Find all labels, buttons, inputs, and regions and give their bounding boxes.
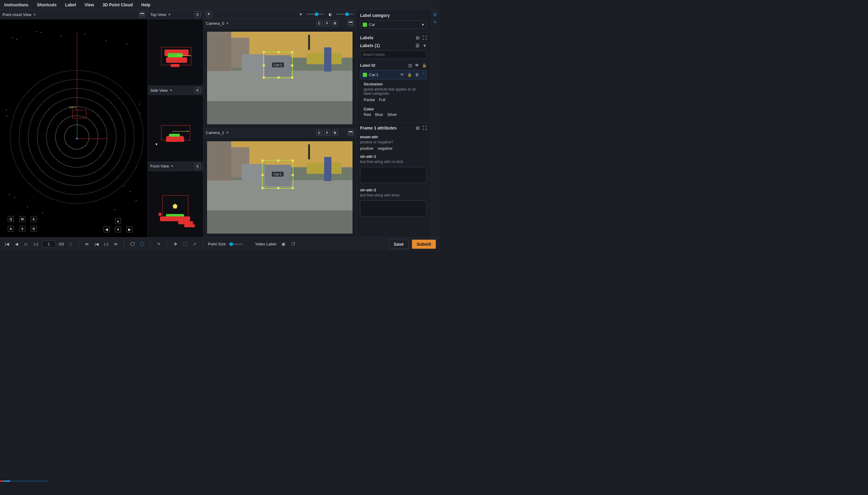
key-q[interactable]: Q (8, 216, 14, 222)
video-label-mode1-icon[interactable]: ▣ (280, 241, 287, 248)
contrast-slider[interactable] (336, 14, 354, 15)
camera1-bbox[interactable]: Car:1 (262, 160, 293, 189)
camera0-bbox[interactable]: Car:1 (263, 52, 293, 78)
search-labels-input[interactable] (360, 50, 427, 59)
c-button[interactable]: C (316, 130, 322, 136)
maximize-icon[interactable] (348, 130, 354, 136)
color-silver[interactable]: Silver (387, 112, 397, 117)
key-s[interactable]: S (19, 226, 25, 232)
b-button[interactable]: B (332, 20, 338, 26)
key-d[interactable]: D (31, 226, 37, 232)
first-frame-button[interactable]: |◀ (4, 241, 10, 248)
str2-textarea[interactable] (360, 201, 427, 217)
menu-label[interactable]: Label (65, 2, 76, 7)
delete-icon[interactable]: 🗑 (415, 72, 419, 77)
play-button[interactable]: ▷ (23, 241, 30, 248)
visibility-icon[interactable]: 👁 (415, 63, 419, 68)
expand-icon[interactable]: ⛶ (422, 35, 427, 40)
save-button[interactable]: Save (389, 239, 409, 249)
lock-icon[interactable]: 🔒 (407, 72, 412, 77)
camera1-viewport[interactable]: Car:1 (207, 141, 352, 234)
center-button[interactable]: C (195, 163, 201, 169)
prev-frame-button[interactable]: ◀ (13, 241, 20, 248)
tag-icon[interactable]: ◫ (409, 63, 412, 68)
expand-icon[interactable]: ⛶ (422, 125, 427, 131)
close-icon[interactable]: ✕ (168, 13, 171, 17)
key-w[interactable]: W (19, 216, 25, 222)
chevron-up-icon[interactable]: ˄ (422, 72, 424, 77)
str2-desc: test free string with limits (360, 193, 427, 198)
sort-icon[interactable]: ☰ (416, 43, 419, 48)
submit-button[interactable]: Submit (412, 240, 436, 249)
rewind-button[interactable]: ≪ (84, 241, 90, 248)
filter-icon[interactable]: ▼ (422, 43, 427, 48)
key-right[interactable]: ▶ (126, 226, 133, 233)
enum-negative[interactable]: negative (378, 146, 392, 151)
cube-add-icon[interactable]: + (129, 241, 136, 248)
arrow-keys: ▲ ◀ ▼ ▶ (104, 218, 133, 233)
frame-input[interactable] (42, 241, 55, 248)
menu-help[interactable]: Help (141, 2, 150, 7)
side-view-viewport[interactable] (148, 95, 203, 161)
key-down[interactable]: ▼ (115, 226, 121, 233)
list-icon[interactable]: ☰ (433, 12, 437, 17)
nav-keys: Q W E A S D (8, 216, 37, 232)
collapse-icon[interactable]: ⊟ (416, 35, 419, 40)
fullscreen-icon[interactable]: ⤢ (191, 241, 198, 248)
close-icon[interactable]: ✕ (171, 164, 174, 168)
close-icon[interactable]: ✕ (170, 88, 172, 92)
menu-shortcuts[interactable]: Shortcuts (37, 2, 56, 7)
visibility-icon[interactable]: 👁 (400, 72, 404, 77)
projection-button[interactable]: P (206, 11, 212, 17)
edit-tool-icon[interactable]: ✎ (155, 241, 162, 248)
brightness-slider[interactable] (307, 14, 325, 15)
point-size-slider[interactable] (229, 243, 243, 245)
b-button[interactable]: B (332, 130, 338, 136)
side-view-panel: Side View✕ C (148, 86, 203, 161)
str1-title: str-attr-1 (360, 154, 427, 159)
step-back-button[interactable]: |◀ (93, 241, 100, 248)
pointcloud-bbox[interactable] (72, 110, 86, 118)
lock-icon[interactable]: 🔒 (422, 63, 427, 68)
c-button[interactable]: C (316, 20, 322, 26)
label-row-car1[interactable]: Car:1 👁 🔒 🗑 ˄ (360, 70, 427, 79)
center-button[interactable]: C (195, 12, 201, 17)
menu-view[interactable]: View (85, 2, 94, 7)
color-red[interactable]: Red (364, 112, 371, 117)
video-label-mode2-icon[interactable]: ❐ (290, 241, 296, 248)
pointcloud-viewport[interactable]: Car:1 Q W E A S D ▲ ◀ ▼ ▶ (0, 19, 147, 237)
f-button[interactable]: F (324, 130, 330, 136)
close-icon[interactable]: ✕ (226, 131, 229, 135)
close-icon[interactable]: ✕ (33, 13, 36, 17)
menu-3d-point-cloud[interactable]: 3D Point Cloud (103, 2, 133, 7)
enum-attr-desc: positive or negative? (360, 140, 427, 144)
color-blue[interactable]: Blue (375, 112, 383, 117)
camera0-viewport[interactable]: Car:1 (207, 32, 352, 124)
move-tool-icon[interactable]: ✥ (172, 241, 179, 248)
crop-tool-icon[interactable]: ⛶ (182, 241, 188, 248)
center-button[interactable]: C (195, 87, 201, 93)
key-left[interactable]: ◀ (104, 226, 109, 233)
enum-positive[interactable]: positive (360, 146, 374, 151)
fast-fwd-button[interactable]: ≫ (112, 241, 119, 248)
maximize-icon[interactable] (139, 12, 145, 17)
edit-icon[interactable]: ✎ (433, 20, 437, 24)
step-fwd-button[interactable]: ▷| (103, 241, 109, 248)
key-e[interactable]: E (31, 216, 37, 222)
close-icon[interactable]: ✕ (226, 21, 229, 25)
cube-select-icon[interactable] (139, 241, 145, 248)
str1-textarea[interactable] (360, 167, 427, 183)
maximize-icon[interactable] (348, 20, 354, 26)
front-view-viewport[interactable] (148, 171, 203, 237)
key-up[interactable]: ▲ (115, 218, 121, 224)
label-category-dropdown[interactable]: Car ▾ (360, 20, 427, 29)
menu-instructions[interactable]: Instructions (4, 2, 28, 7)
next-frame-button[interactable]: ▷| (33, 241, 39, 248)
collapse-icon[interactable]: ⊟ (416, 125, 419, 131)
occlusion-full[interactable]: Full (379, 98, 385, 102)
f-button[interactable]: F (324, 20, 330, 26)
key-a[interactable]: A (8, 226, 14, 232)
top-view-viewport[interactable] (148, 19, 203, 85)
occlusion-partial[interactable]: Partial (364, 98, 375, 102)
camera0-bbox-label: Car:1 (272, 63, 284, 67)
